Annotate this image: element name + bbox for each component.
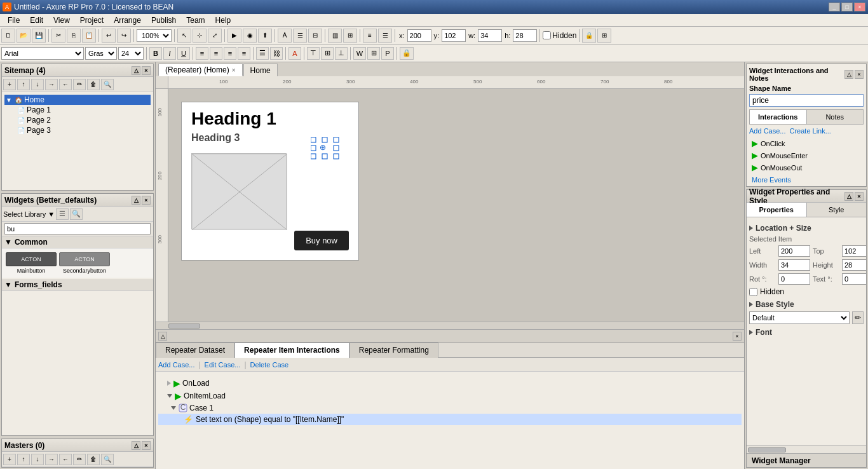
- line-btn[interactable]: ≡: [363, 29, 377, 43]
- props-tab-style[interactable]: Style: [807, 203, 867, 217]
- menu-help[interactable]: Help: [210, 15, 236, 26]
- zoom-select[interactable]: 100%: [137, 29, 172, 42]
- props-basestyle-select[interactable]: Default: [749, 311, 850, 324]
- align-justify-btn[interactable]: ≡: [238, 47, 250, 60]
- text-mid-btn[interactable]: ⊞: [321, 47, 334, 60]
- underline-btn[interactable]: U: [177, 47, 190, 60]
- props-scrollbar-h[interactable]: [747, 445, 866, 453]
- masters-outdent-btn[interactable]: ←: [59, 454, 72, 465]
- masters-add-btn[interactable]: +: [3, 454, 16, 465]
- masters-close-btn[interactable]: ×: [142, 441, 151, 450]
- close-btn[interactable]: ×: [854, 3, 865, 11]
- arrange-btn[interactable]: ⊞: [343, 29, 357, 43]
- align-left-btn[interactable]: ≡: [196, 47, 208, 60]
- align-center-btn[interactable]: ≡: [210, 47, 222, 60]
- pointer-btn[interactable]: ↖: [177, 29, 191, 43]
- widget-arrange-btn[interactable]: ⊞: [367, 47, 380, 60]
- masters-down-btn[interactable]: ↓: [31, 454, 44, 465]
- props-height-input[interactable]: [842, 259, 866, 271]
- canvas-buy-button[interactable]: Buy now: [294, 231, 349, 250]
- props-text-input[interactable]: [842, 273, 866, 285]
- lock-btn[interactable]: 🔒: [582, 29, 596, 43]
- sitemap-indent-btn[interactable]: →: [45, 79, 58, 90]
- wi-event-onmouseout[interactable]: ▶ OnMouseOut: [749, 161, 864, 173]
- repeater-add-case-link[interactable]: Add Case...: [158, 361, 194, 369]
- select-btn[interactable]: ⊹: [193, 29, 207, 43]
- repeater-tab-formatting[interactable]: Repeater Formatting: [349, 343, 438, 358]
- bold-btn[interactable]: B: [149, 47, 162, 60]
- title-bar-controls[interactable]: _ □ ×: [829, 3, 865, 11]
- link-btn[interactable]: ⛓: [270, 47, 283, 60]
- sitemap-expand-btn[interactable]: △: [132, 66, 140, 75]
- props-expand-btn[interactable]: △: [844, 192, 853, 201]
- w-input[interactable]: [478, 29, 502, 42]
- props-basestyle-btn[interactable]: ✏: [852, 311, 864, 324]
- widget-menu-btn[interactable]: ☰: [56, 208, 69, 220]
- h-scrollbar-thumb[interactable]: [168, 323, 200, 329]
- wi-tab-notes[interactable]: Notes: [807, 110, 864, 124]
- props-section-basestyle[interactable]: Base Style: [749, 300, 864, 309]
- sitemap-delete-btn[interactable]: 🗑: [87, 79, 100, 90]
- sitemap-edit-btn[interactable]: ✏: [73, 79, 86, 90]
- wi-expand-btn[interactable]: △: [844, 70, 853, 79]
- lock2-btn[interactable]: 🔒: [400, 47, 414, 60]
- wi-add-case-link[interactable]: Add Case...: [749, 127, 785, 135]
- canvas-content[interactable]: Heading 1 Heading 3: [168, 89, 744, 322]
- shape-name-input[interactable]: [749, 94, 864, 107]
- widget-category-common[interactable]: ▼ Common: [2, 236, 153, 248]
- sitemap-close-btn[interactable]: ×: [142, 66, 151, 75]
- sitemap-add-btn[interactable]: +: [3, 79, 16, 90]
- masters-delete-btn[interactable]: 🗑: [87, 454, 100, 465]
- dist-btn[interactable]: ⊟: [308, 29, 322, 43]
- cut-btn[interactable]: ✂: [51, 29, 65, 43]
- event-case1-row[interactable]: C Case 1: [158, 402, 742, 414]
- wi-create-link-link[interactable]: Create Link...: [789, 127, 831, 135]
- list-btn[interactable]: ☰: [256, 47, 269, 60]
- open-btn[interactable]: 📂: [17, 29, 31, 43]
- masters-indent-btn[interactable]: →: [45, 454, 58, 465]
- menu-publish[interactable]: Publish: [146, 15, 181, 26]
- wi-tab-interactions[interactable]: Interactions: [750, 110, 807, 124]
- more-events-link[interactable]: More Events: [749, 176, 864, 184]
- text-bot-btn[interactable]: ⊥: [335, 47, 348, 60]
- canvas-scrollbar-h[interactable]: [156, 322, 744, 329]
- preview-btn[interactable]: ◉: [243, 29, 257, 43]
- repeater-tab-dataset[interactable]: Repeater Dataset: [156, 343, 234, 358]
- tree-item-page3[interactable]: 📄 Page 3: [4, 125, 151, 135]
- tree-item-page1[interactable]: 📄 Page 1: [4, 105, 151, 115]
- wi-event-onclick[interactable]: ▶ OnClick: [749, 137, 864, 149]
- new-btn[interactable]: 🗋: [1, 29, 15, 43]
- widgets-expand-btn[interactable]: △: [132, 196, 140, 205]
- repeater-delete-case-link[interactable]: Delete Case: [250, 361, 289, 369]
- canvas-tab-repeater[interactable]: (Repeater) (Home) ×: [158, 64, 243, 76]
- widgets-close-btn[interactable]: ×: [142, 196, 151, 205]
- x-input[interactable]: [407, 29, 431, 42]
- minimize-btn[interactable]: _: [829, 3, 840, 11]
- wi-event-onmouseenter[interactable]: ▶ OnMouseEnter: [749, 149, 864, 161]
- bullet-btn[interactable]: ☰: [378, 29, 392, 43]
- widget-manager-bar[interactable]: Widget Manager: [747, 453, 866, 467]
- size-select[interactable]: 24: [118, 47, 144, 60]
- wi-close-btn[interactable]: ×: [855, 70, 864, 79]
- paste-btn[interactable]: 📋: [82, 29, 96, 43]
- canvas-tab-home[interactable]: Home: [243, 64, 278, 76]
- format-btn[interactable]: A: [278, 29, 292, 43]
- props-scrollbar-thumb[interactable]: [748, 447, 786, 452]
- publish-btn[interactable]: ⬆: [258, 29, 272, 43]
- masters-search-btn[interactable]: 🔍: [101, 454, 114, 465]
- props-width-input[interactable]: [778, 259, 810, 271]
- align-right-btn[interactable]: ≡: [224, 47, 236, 60]
- widget-search-icon-btn[interactable]: 🔍: [70, 208, 83, 220]
- props-tab-properties[interactable]: Properties: [747, 203, 807, 217]
- h-input[interactable]: [513, 29, 537, 42]
- fill-btn[interactable]: ▥: [328, 29, 342, 43]
- text-top-btn[interactable]: ⊤: [307, 47, 320, 60]
- y-input[interactable]: [442, 29, 466, 42]
- group-btn[interactable]: ⊞: [597, 29, 611, 43]
- canvas-tab-repeater-close[interactable]: ×: [232, 67, 236, 74]
- repeater-collapse-btn[interactable]: △: [158, 332, 167, 341]
- widget-filter-input[interactable]: [4, 223, 151, 234]
- menu-edit[interactable]: Edit: [25, 15, 48, 26]
- widget-category-forms[interactable]: ▼ Forms_fields: [2, 279, 153, 291]
- masters-expand-btn[interactable]: △: [132, 441, 140, 450]
